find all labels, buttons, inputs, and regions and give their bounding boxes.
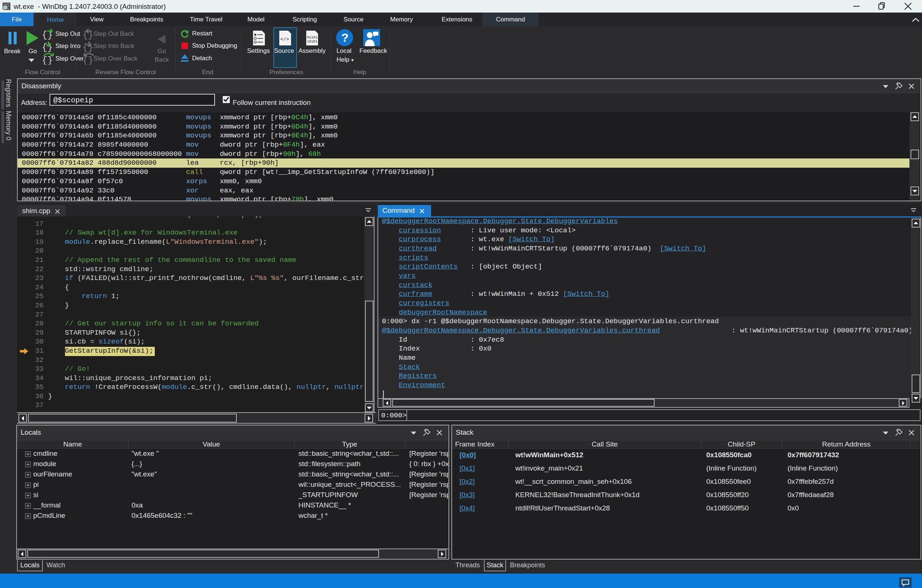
svg-text:10101: 10101 <box>307 39 318 44</box>
svg-text:{}: {} <box>42 56 53 65</box>
svg-text:{}: {} <box>82 42 93 52</box>
svg-text:{}: {} <box>82 56 93 65</box>
svg-text:{}: {} <box>42 42 53 52</box>
svg-text:</>: </> <box>280 37 289 42</box>
svg-text:?: ? <box>341 31 349 44</box>
svg-text:01101: 01101 <box>307 36 318 39</box>
